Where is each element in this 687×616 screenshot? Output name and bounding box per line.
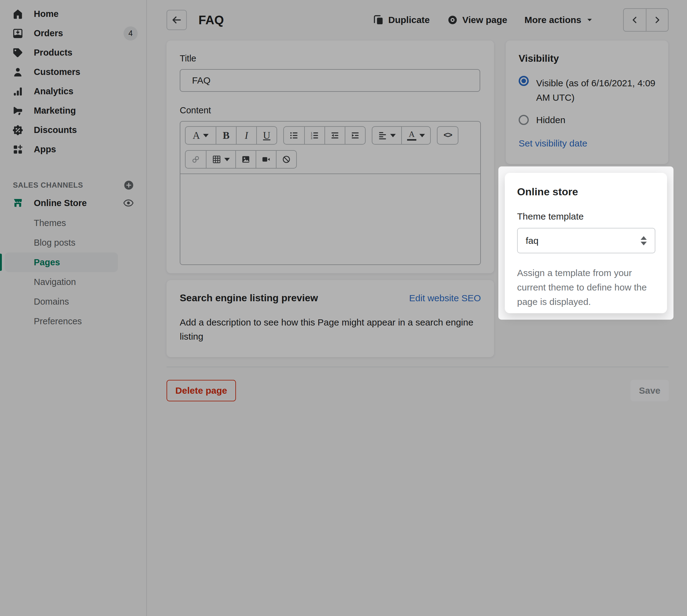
theme-template-description: Assign a template from your current them… <box>517 266 652 309</box>
online-store-spotlight: Online store Theme template faq Assign a… <box>498 167 673 320</box>
select-arrows-icon <box>641 236 647 245</box>
theme-template-value: faq <box>526 236 539 246</box>
online-store-card: Online store Theme template faq Assign a… <box>505 173 667 313</box>
shopify-admin-page: Home Orders 4 Products Customers <box>0 0 687 616</box>
theme-template-select[interactable]: faq <box>517 228 656 254</box>
online-store-card-title: Online store <box>517 186 655 198</box>
theme-template-label: Theme template <box>517 211 655 222</box>
